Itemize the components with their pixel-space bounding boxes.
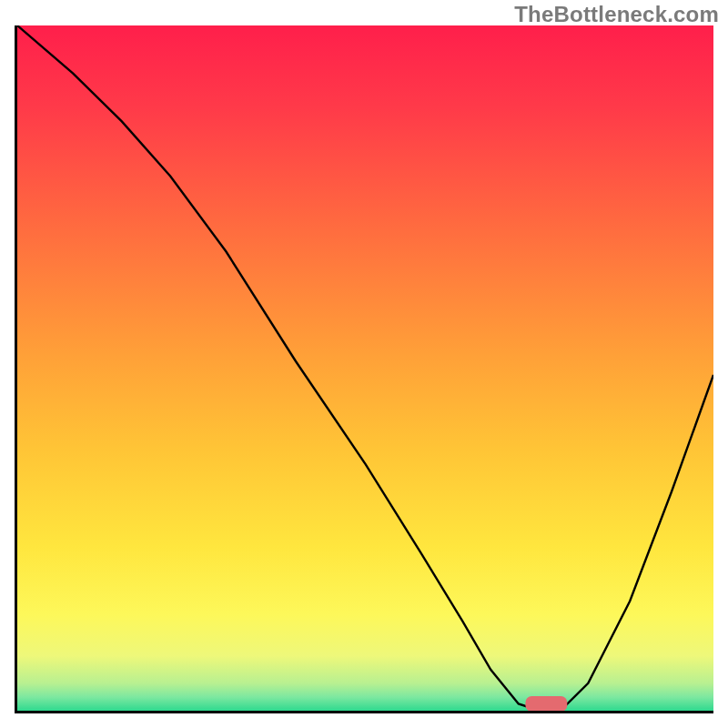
chart-container: TheBottleneck.com — [0, 0, 728, 728]
gradient-background — [17, 25, 713, 711]
watermark-text: TheBottleneck.com — [514, 2, 719, 27]
chart-plot — [17, 25, 713, 711]
optimal-range-marker — [525, 696, 567, 711]
